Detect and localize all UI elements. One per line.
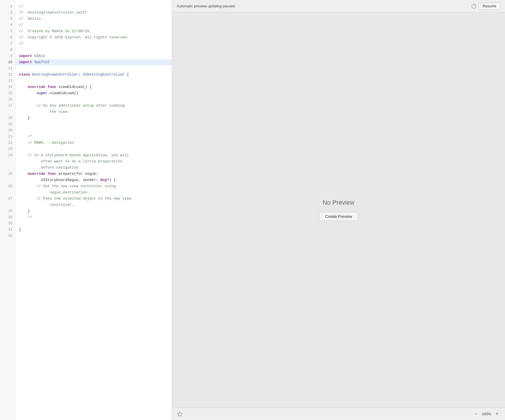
preview-panel: Automatic preview updating paused i Resu… bbox=[172, 0, 505, 420]
line-num-20: 20 bbox=[8, 127, 12, 134]
code-line-27b: controller. bbox=[19, 202, 172, 208]
line-num-24: 24 bbox=[8, 152, 12, 158]
line-num-30: 30 bbox=[8, 220, 12, 227]
info-icon[interactable]: i bbox=[472, 4, 476, 8]
line-num-3: 3 bbox=[10, 16, 12, 22]
line-num-16: 16 bbox=[8, 96, 12, 103]
star-icon[interactable] bbox=[177, 411, 183, 417]
line-num-2: 2 bbox=[10, 10, 12, 16]
code-line-17: // Do any additional setup after loading bbox=[19, 103, 172, 109]
line-num-9: 9 bbox=[10, 53, 12, 59]
create-preview-button[interactable]: Create Preview bbox=[319, 212, 358, 221]
code-line-20 bbox=[19, 127, 172, 134]
zoom-minus-button[interactable]: − bbox=[473, 411, 479, 417]
code-line-13 bbox=[19, 78, 172, 84]
code-line-21: /* bbox=[19, 134, 172, 140]
resume-button[interactable]: Resume bbox=[478, 3, 500, 10]
code-line-29: */ bbox=[19, 214, 172, 220]
code-line-31: } bbox=[19, 227, 172, 233]
code-line-4: // bbox=[19, 22, 172, 28]
code-line-18: } bbox=[19, 115, 172, 121]
line-num-28: 28 bbox=[8, 208, 12, 214]
code-line-24: // In a storyboard-based application, yo… bbox=[19, 152, 172, 158]
line-num-7: 7 bbox=[10, 41, 12, 47]
line-num-4: 4 bbox=[10, 22, 12, 28]
svg-marker-0 bbox=[177, 412, 182, 416]
main-container: 1 2 3 4 5 6 7 8 9 10 11 12 13 14 15 16 1… bbox=[0, 0, 505, 420]
line-numbers: 1 2 3 4 5 6 7 8 9 10 11 12 13 14 15 16 1… bbox=[0, 0, 16, 420]
code-line-27: // Pass the selected object to the new v… bbox=[19, 196, 172, 202]
code-line-15: super.viewDidLoad() bbox=[19, 90, 172, 96]
line-num-31: 31 bbox=[8, 227, 12, 233]
line-num-10: 10 bbox=[8, 59, 12, 65]
code-line-7: // bbox=[19, 41, 172, 47]
line-num-6: 6 bbox=[10, 34, 12, 41]
line-num-27: 27 bbox=[8, 196, 12, 202]
preview-main: No Preview Create Preview bbox=[172, 12, 505, 408]
code-editor-panel: 1 2 3 4 5 6 7 8 9 10 11 12 13 14 15 16 1… bbox=[0, 0, 172, 420]
line-num-32: 32 bbox=[8, 233, 12, 239]
line-num-14: 14 bbox=[8, 84, 12, 90]
line-num-17: 17 bbox=[8, 103, 12, 109]
code-line-1: // bbox=[19, 3, 172, 10]
line-num-15: 15 bbox=[8, 90, 12, 96]
line-num-18: 18 bbox=[8, 115, 12, 121]
zoom-level: 100% bbox=[482, 412, 491, 416]
code-line-25: override func prepare(for segue: bbox=[19, 171, 172, 177]
code-line-23 bbox=[19, 146, 172, 152]
line-num-25: 25 bbox=[8, 171, 12, 177]
line-num-11: 11 bbox=[8, 65, 12, 72]
code-line-6: // Copyright © 2020 Kiprosh. All rights … bbox=[19, 34, 172, 41]
code-line-26b: segue.destination. bbox=[19, 189, 172, 196]
code-lines[interactable]: // // HostingViewController.swift // Hel… bbox=[16, 0, 172, 420]
line-num-23: 23 bbox=[8, 146, 12, 152]
code-line-17b: the view. bbox=[19, 109, 172, 115]
code-line-9: import UIKit bbox=[19, 53, 172, 59]
line-num-5: 5 bbox=[10, 28, 12, 34]
line-num-1: 1 bbox=[10, 3, 12, 10]
no-preview-label: No Preview bbox=[323, 199, 354, 206]
code-line-2: // HostingViewController.swift bbox=[19, 10, 172, 16]
line-num-19: 19 bbox=[8, 121, 12, 127]
code-line-14: override func viewDidLoad() { bbox=[19, 84, 172, 90]
code-line-24c: before navigation bbox=[19, 165, 172, 171]
line-num-26: 26 bbox=[8, 183, 12, 189]
code-line-10: import SwiftUI bbox=[16, 59, 172, 65]
preview-footer: − 100% + bbox=[172, 408, 505, 420]
footer-left bbox=[177, 411, 183, 417]
line-num-29: 29 bbox=[8, 214, 12, 220]
code-line-8 bbox=[19, 47, 172, 53]
line-num-12: 12 bbox=[8, 72, 12, 78]
code-line-19 bbox=[19, 121, 172, 127]
footer-right: − 100% + bbox=[473, 411, 500, 417]
code-line-26: // Get the new view controller using bbox=[19, 183, 172, 189]
line-num-21: 21 bbox=[8, 134, 12, 140]
zoom-plus-button[interactable]: + bbox=[494, 411, 500, 417]
code-line-30 bbox=[19, 220, 172, 227]
preview-header: Automatic preview updating paused i Resu… bbox=[172, 0, 505, 12]
code-line-3: // Helios bbox=[19, 16, 172, 22]
code-line-32 bbox=[19, 233, 172, 239]
code-line-28: } bbox=[19, 208, 172, 214]
code-line-5: // Created by Mamta on 11/08/20. bbox=[19, 28, 172, 34]
line-num-22: 22 bbox=[8, 140, 12, 146]
code-line-16 bbox=[19, 96, 172, 103]
code-line-24b: often want to do a little preparation bbox=[19, 158, 172, 165]
preview-status-text: Automatic preview updating paused bbox=[177, 4, 469, 8]
line-num-13: 13 bbox=[8, 78, 12, 84]
line-num-8: 8 bbox=[10, 47, 12, 53]
code-line-11 bbox=[19, 65, 172, 72]
code-line-12: class HostingViewController: UIHostingCo… bbox=[19, 72, 172, 78]
code-area: 1 2 3 4 5 6 7 8 9 10 11 12 13 14 15 16 1… bbox=[0, 0, 172, 420]
code-line-25b: UIStoryboardSegue, sender: Any?) { bbox=[19, 177, 172, 183]
code-line-22: // MARK: - Navigation bbox=[19, 140, 172, 146]
